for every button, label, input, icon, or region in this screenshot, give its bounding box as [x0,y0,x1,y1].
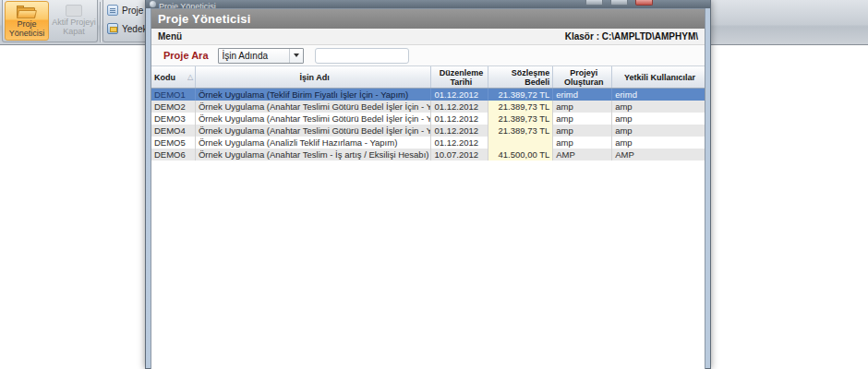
cell-kodu[interactable]: DEMO3 [151,113,196,125]
close-active-project-button: Aktif Projeyi Kapat [52,1,96,41]
cell-isin-adi[interactable]: Örnek Uygulama (Anahtar Teslim - İş artı… [196,149,432,161]
column-header-kodu[interactable]: Kodu △ [151,66,196,88]
window-titlebar[interactable]: Proje Yöneticisi [146,0,710,8]
cell-olusturan[interactable]: erimd [553,89,612,101]
close-project-icon [66,5,82,17]
cell-bedel[interactable]: 41.500,00 TL [488,149,553,161]
column-header-yetkili[interactable]: Yetkili Kullanıcılar [612,66,705,88]
cell-yetkili[interactable]: AMP [612,149,705,161]
column-header-tarih[interactable]: Düzenleme Tarihi [431,66,488,88]
window-body: Proje Yöneticisi Menü Klasör : C:\AMPLTD… [151,8,705,369]
table-row[interactable]: DEMO3 Örnek Uygulama (Anahtar Teslimi Gö… [151,113,705,125]
screen: Proje Yöneticisi Aktif Projeyi Kapat Pro… [0,0,868,369]
window-title: Proje Yöneticisi [159,0,216,8]
close-active-project-button-label: Aktif Projeyi Kapat [52,18,96,36]
cell-isin-adi[interactable]: Örnek Uygulama (Anahtar Teslimi Götürü B… [196,113,432,125]
search-field-dropdown-value: İşin Adında [223,51,268,61]
cell-olusturan[interactable]: AMP [553,149,612,161]
cell-tarih[interactable]: 01.12.2012 [431,125,488,137]
window-icon [150,1,156,7]
cell-isin-adi[interactable]: Örnek Uygulama (Analizli Teklif Hazırlam… [196,137,432,149]
chevron-down-icon [289,49,303,63]
minimize-button[interactable] [585,0,603,6]
cell-tarih[interactable]: 10.07.2012 [431,149,488,161]
cell-bedel[interactable]: 21.389,72 TL [488,89,553,101]
table-row[interactable]: DEMO6 Örnek Uygulama (Anahtar Teslim - İ… [151,149,705,161]
cell-bedel[interactable]: 21.389,73 TL [488,113,553,125]
cell-kodu[interactable]: DEMO6 [151,149,196,161]
project-manager-button-label: Proje Yöneticisi [6,19,48,38]
table-row[interactable]: DEMO2 Örnek Uygulama (Anahtar Teslimi Gö… [151,101,705,113]
dialog-header-band: Proje Yöneticisi [151,9,705,29]
maximize-button[interactable] [610,0,628,6]
table-row[interactable]: DEMO5 Örnek Uygulama (Analizli Teklif Ha… [151,137,705,149]
close-button[interactable] [635,0,653,6]
dialog-title: Proje Yöneticisi [151,12,251,26]
menu-row: Menü Klasör : C:\AMPLTD\AMPHYM\ [151,29,705,45]
cell-tarih[interactable]: 01.12.2012 [431,137,488,149]
search-input[interactable] [315,48,409,64]
cell-bedel[interactable] [488,137,553,149]
cell-yetkili[interactable]: amp [612,113,705,125]
cell-tarih[interactable]: 01.12.2012 [431,89,488,101]
column-header-olusturan[interactable]: Projeyi Oluşturan [553,66,612,88]
backup-tool-button[interactable]: Yedekt [107,20,150,37]
cell-yetkili[interactable]: erimd [612,89,705,101]
cell-isin-adi[interactable]: Örnek Uygulama (Anahtar Teslimi Götürü B… [196,101,432,113]
grid-header[interactable]: Kodu △ İşin Adı Düzenleme Tarihi Sözleşm… [151,66,705,89]
column-header-bedel[interactable]: Sözleşme Bedeli [488,66,553,88]
cell-isin-adi[interactable]: Örnek Uygulama (Anahtar Teslimi Götürü B… [196,125,432,137]
project-manager-window: Proje Yöneticisi Proje Yöneticisi Menü K… [145,0,711,369]
cell-isin-adi[interactable]: Örnek Uygulama (Teklif Birim Fiyatlı İşl… [196,89,432,101]
table-row[interactable]: DEMO4 Örnek Uygulama (Anahtar Teslimi Gö… [151,125,705,137]
search-field-dropdown[interactable]: İşin Adında [218,48,304,64]
search-label: Proje Ara [163,50,209,61]
cell-tarih[interactable]: 01.12.2012 [431,113,488,125]
search-row: Proje Ara İşin Adında [151,45,705,66]
cell-tarih[interactable]: 01.12.2012 [431,101,488,113]
cell-kodu[interactable]: DEMO4 [151,125,196,137]
cell-kodu[interactable]: DEMO2 [151,101,196,113]
cell-bedel[interactable]: 21.389,73 TL [488,101,553,113]
column-header-isin-adi[interactable]: İşin Adı [196,66,432,88]
cell-bedel[interactable]: 21.389,73 TL [488,125,553,137]
ribbon-group-separator [100,2,101,42]
cell-yetkili[interactable]: amp [612,137,705,149]
cell-kodu[interactable]: DEMO1 [151,89,196,101]
cell-yetkili[interactable]: amp [612,101,705,113]
table-row[interactable]: DEMO1 Örnek Uygulama (Teklif Birim Fiyat… [151,89,705,101]
open-folder-icon [17,5,37,18]
backup-disk-icon [107,23,118,34]
ribbon-group-project: Proje Yöneticisi Aktif Projeyi Kapat [2,0,98,42]
sort-ascending-icon: △ [187,73,193,82]
cell-olusturan[interactable]: amp [553,113,612,125]
cell-olusturan[interactable]: amp [553,125,612,137]
menu-button[interactable]: Menü [158,31,182,42]
cell-olusturan[interactable]: amp [553,137,612,149]
folder-path-label: Klasör : C:\AMPLTD\AMPHYM\ [565,31,698,42]
grid-body: DEMO1 Örnek Uygulama (Teklif Birim Fiyat… [151,89,705,161]
cell-kodu[interactable]: DEMO5 [151,137,196,149]
project-manager-button[interactable]: Proje Yöneticisi [5,1,49,41]
cell-olusturan[interactable]: amp [553,101,612,113]
cell-yetkili[interactable]: amp [612,125,705,137]
project-file-icon [107,5,118,16]
